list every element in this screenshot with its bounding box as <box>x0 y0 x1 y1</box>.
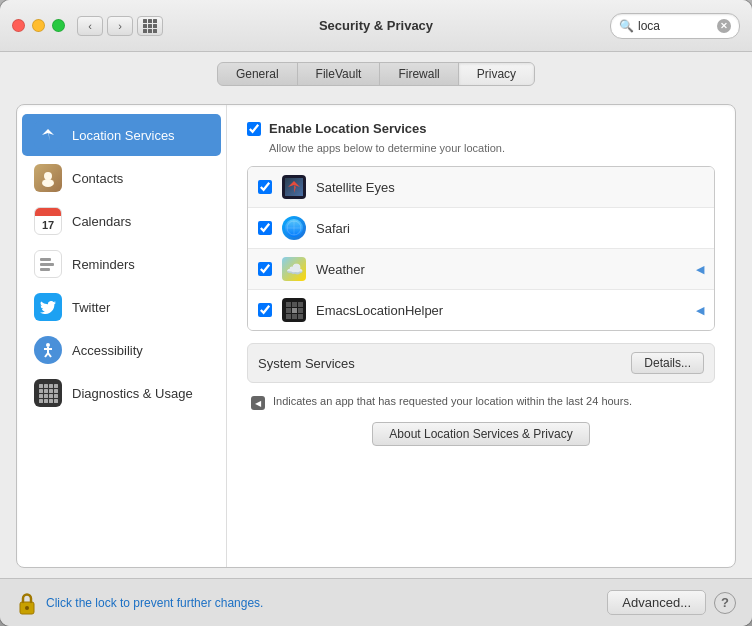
app-row-weather: ☁️ Weather ◀ <box>248 249 714 290</box>
lock-icon <box>16 591 38 615</box>
tab-group: General FileVault Firewall Privacy <box>217 62 535 86</box>
main-content: Location Services Contacts <box>0 94 752 578</box>
about-location-button[interactable]: About Location Services & Privacy <box>372 422 589 446</box>
app-row-emacs: EmacsLocationHelper ◀ <box>248 290 714 330</box>
satellite-eyes-name: Satellite Eyes <box>316 180 704 195</box>
sidebar-label-diagnostics: Diagnostics & Usage <box>72 386 193 401</box>
grid-view-button[interactable] <box>137 16 163 36</box>
titlebar: ‹ › Security & Privacy 🔍 ✕ <box>0 0 752 52</box>
enable-location-label: Enable Location Services <box>269 121 427 136</box>
weather-name: Weather <box>316 262 686 277</box>
accessibility-icon <box>34 336 62 364</box>
sidebar-item-accessibility[interactable]: Accessibility <box>22 329 221 371</box>
app-row-satellite-eyes: Satellite Eyes <box>248 167 714 208</box>
satellite-eyes-icon <box>282 175 306 199</box>
grid-icon <box>143 19 157 33</box>
safari-checkbox[interactable] <box>258 221 272 235</box>
about-btn-container: About Location Services & Privacy <box>247 422 715 446</box>
bottom-right: Advanced... ? <box>607 590 736 615</box>
emacs-icon <box>282 298 306 322</box>
svg-point-19 <box>25 606 29 610</box>
sidebar: Location Services Contacts <box>17 105 227 567</box>
sidebar-item-contacts[interactable]: Contacts <box>22 157 221 199</box>
safari-name: Safari <box>316 221 704 236</box>
footer-note: ◀ Indicates an app that has requested yo… <box>247 395 715 410</box>
weather-checkbox[interactable] <box>258 262 272 276</box>
sidebar-label-location-services: Location Services <box>72 128 175 143</box>
emacs-name: EmacsLocationHelper <box>316 303 686 318</box>
back-button[interactable]: ‹ <box>77 16 103 36</box>
tab-privacy[interactable]: Privacy <box>459 63 534 85</box>
sidebar-label-twitter: Twitter <box>72 300 110 315</box>
advanced-button[interactable]: Advanced... <box>607 590 706 615</box>
maximize-button[interactable] <box>52 19 65 32</box>
svg-point-2 <box>44 172 52 180</box>
window-title: Security & Privacy <box>319 18 433 33</box>
nav-buttons: ‹ › <box>77 16 133 36</box>
diagnostics-icon <box>34 379 62 407</box>
close-button[interactable] <box>12 19 25 32</box>
tab-general[interactable]: General <box>218 63 298 85</box>
search-box[interactable]: 🔍 ✕ <box>610 13 740 39</box>
sidebar-item-diagnostics[interactable]: Diagnostics & Usage <box>22 372 221 414</box>
reminders-icon <box>34 250 62 278</box>
search-icon: 🔍 <box>619 19 634 33</box>
location-arrow-indicator: ◀ <box>251 396 265 410</box>
weather-icon: ☁️ <box>282 257 306 281</box>
minimize-button[interactable] <box>32 19 45 32</box>
sidebar-item-reminders[interactable]: Reminders <box>22 243 221 285</box>
sidebar-label-calendars: Calendars <box>72 214 131 229</box>
search-clear-button[interactable]: ✕ <box>717 19 731 33</box>
footer-note-text: Indicates an app that has requested your… <box>273 395 632 407</box>
twitter-icon <box>34 293 62 321</box>
details-button[interactable]: Details... <box>631 352 704 374</box>
sidebar-item-twitter[interactable]: Twitter <box>22 286 221 328</box>
right-panel: Enable Location Services Allow the apps … <box>227 105 735 567</box>
lock-area[interactable]: Click the lock to prevent further change… <box>16 591 263 615</box>
sidebar-label-reminders: Reminders <box>72 257 135 272</box>
location-services-icon <box>34 121 62 149</box>
allow-apps-text: Allow the apps below to determine your l… <box>247 142 715 154</box>
tab-filevault[interactable]: FileVault <box>298 63 381 85</box>
apps-list: Satellite Eyes <box>247 166 715 331</box>
app-row-safari: Safari <box>248 208 714 249</box>
traffic-lights <box>12 19 65 32</box>
svg-point-3 <box>42 179 54 187</box>
sidebar-item-location-services[interactable]: Location Services <box>22 114 221 156</box>
lock-text[interactable]: Click the lock to prevent further change… <box>46 596 263 610</box>
bottom-bar: Click the lock to prevent further change… <box>0 578 752 626</box>
emacs-location-arrow: ◀ <box>696 304 704 317</box>
sidebar-item-calendars[interactable]: 17 Calendars <box>22 200 221 242</box>
tab-firewall[interactable]: Firewall <box>380 63 458 85</box>
sidebar-label-accessibility: Accessibility <box>72 343 143 358</box>
system-services-label: System Services <box>258 356 631 371</box>
calendars-icon: 17 <box>34 207 62 235</box>
sidebar-label-contacts: Contacts <box>72 171 123 186</box>
system-services-row: System Services Details... <box>247 343 715 383</box>
weather-location-arrow: ◀ <box>696 263 704 276</box>
main-window: ‹ › Security & Privacy 🔍 ✕ General FileV… <box>0 0 752 626</box>
enable-location-checkbox[interactable] <box>247 122 261 136</box>
emacs-checkbox[interactable] <box>258 303 272 317</box>
contacts-icon <box>34 164 62 192</box>
forward-button[interactable]: › <box>107 16 133 36</box>
svg-point-4 <box>46 343 50 347</box>
satellite-eyes-checkbox[interactable] <box>258 180 272 194</box>
svg-line-8 <box>48 353 51 357</box>
enable-location-row: Enable Location Services <box>247 121 715 136</box>
tabs-bar: General FileVault Firewall Privacy <box>0 52 752 94</box>
safari-icon <box>282 216 306 240</box>
content-panel: Location Services Contacts <box>16 104 736 568</box>
search-input[interactable] <box>638 19 708 33</box>
help-button[interactable]: ? <box>714 592 736 614</box>
